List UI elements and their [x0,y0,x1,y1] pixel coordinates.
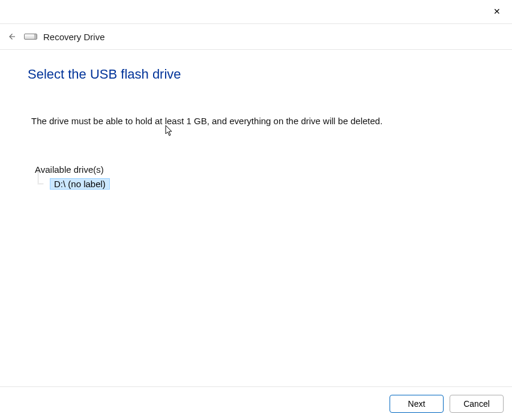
close-icon [493,6,501,17]
back-button[interactable] [2,28,20,46]
wizard-content: Select the USB flash drive The drive mus… [0,50,512,386]
tree-connector-icon [38,172,43,184]
wizard-header: Recovery Drive [0,23,512,50]
cancel-button[interactable]: Cancel [450,395,504,413]
drive-icon [24,34,37,40]
cursor-icon [165,125,173,137]
instruction-text: The drive must be able to hold at least … [31,116,488,126]
drive-tree: D:\ (no label) [43,178,488,190]
back-arrow-icon [6,31,17,42]
next-button[interactable]: Next [390,395,444,413]
app-title: Recovery Drive [43,32,105,42]
available-drives-label: Available drive(s) [35,164,488,175]
close-button[interactable] [483,2,511,20]
drive-item[interactable]: D:\ (no label) [50,178,110,190]
wizard-footer: Next Cancel [0,386,512,420]
page-heading: Select the USB flash drive [28,67,488,82]
titlebar [0,0,512,23]
